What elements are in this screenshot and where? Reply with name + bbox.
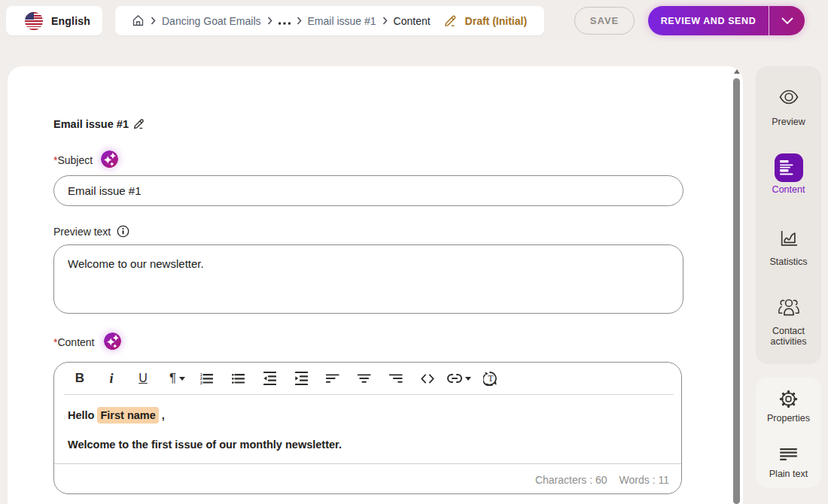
svg-text:3: 3: [200, 381, 202, 384]
svg-text:T: T: [488, 373, 494, 384]
